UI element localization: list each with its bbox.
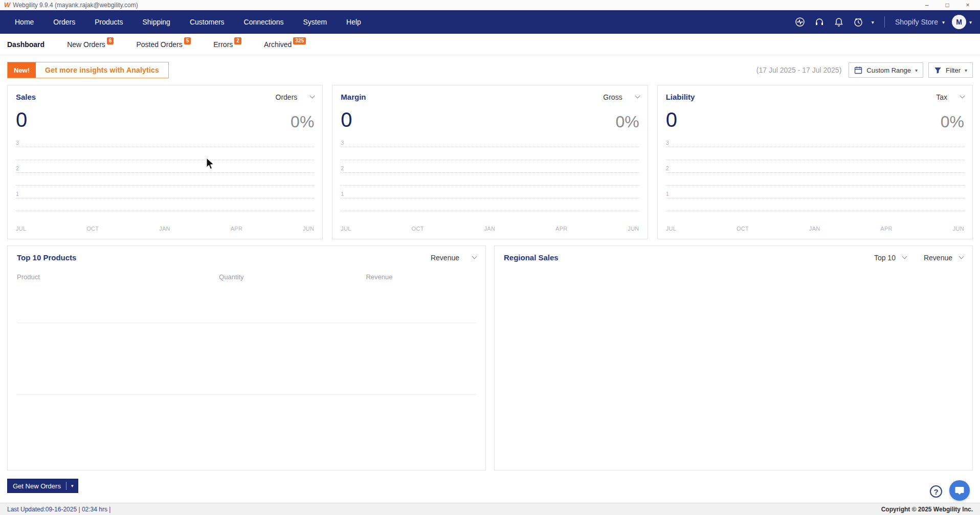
gridline (341, 172, 639, 173)
nav-item-system[interactable]: System (293, 18, 337, 26)
liability-metric-value: Tax (936, 93, 947, 101)
tab-dashboard[interactable]: Dashboard (4, 40, 48, 49)
window-title: Webgility 9.9.4 (mayank.rajak@webgility.… (13, 2, 138, 9)
x-tick: JAN (159, 226, 170, 232)
tab-new-orders[interactable]: New Orders 6 (64, 40, 117, 49)
gridline (666, 172, 964, 173)
x-tick: JAN (484, 226, 496, 232)
filter-funnel-icon (934, 66, 942, 74)
regional-metric-dropdown[interactable]: Revenue (924, 254, 963, 262)
y-tick: 1 (666, 191, 669, 197)
y-tick: 3 (16, 140, 19, 146)
sales-metric-dropdown[interactable]: Orders (276, 93, 315, 101)
minimize-button[interactable]: – (917, 1, 937, 10)
x-tick: APR (555, 226, 568, 232)
margin-card: Margin Gross 0 0% 3 (332, 85, 648, 239)
nav-item-home[interactable]: Home (5, 18, 43, 26)
user-menu[interactable]: M ▾ (952, 15, 972, 29)
user-menu-caret-icon: ▾ (969, 19, 972, 25)
x-tick: APR (880, 226, 893, 232)
archived-count-badge: 325 (293, 37, 306, 44)
chevron-down-icon (310, 94, 315, 99)
close-button[interactable]: × (957, 1, 978, 10)
nav-item-shipping[interactable]: Shipping (132, 18, 180, 26)
statusbar: Last Updated:09-16-2025 | 02:34 hrs | Co… (0, 503, 980, 515)
tab-errors[interactable]: Errors 2 (210, 40, 244, 49)
copyright-label: Copyright © 2025 Webgility Inc. (881, 506, 973, 513)
custom-range-button[interactable]: Custom Range ▾ (849, 62, 923, 78)
nav-item-connections[interactable]: Connections (234, 18, 294, 26)
top-products-metric-value: Revenue (431, 254, 459, 262)
posted-orders-count-badge: 5 (184, 37, 191, 44)
top-products-title: Top 10 Products (17, 253, 76, 262)
nav-item-customers[interactable]: Customers (180, 18, 234, 26)
nav-item-orders[interactable]: Orders (43, 18, 85, 26)
chat-bubble-icon (954, 485, 965, 496)
new-badge: New! (8, 62, 36, 78)
store-selector-label: Shopify Store (895, 18, 938, 26)
headset-support-icon[interactable] (813, 16, 826, 28)
gridline (666, 147, 964, 147)
sales-total-value: 0 (16, 109, 27, 130)
gridline (16, 185, 314, 186)
y-tick: 2 (666, 165, 669, 171)
x-tick: OCT (86, 226, 99, 232)
liability-percent-value: 0% (941, 114, 964, 130)
gridline (341, 185, 639, 186)
nav-item-products[interactable]: Products (85, 18, 132, 26)
margin-total-value: 0 (341, 109, 352, 130)
gridline (341, 198, 639, 198)
tab-posted-orders-label: Posted Orders (136, 40, 182, 49)
sales-metric-value: Orders (276, 93, 298, 101)
titlebar: W Webgility 9.9.4 (mayank.rajak@webgilit… (0, 0, 980, 10)
scheduler-clock-icon[interactable] (852, 16, 864, 28)
gridline (16, 211, 314, 211)
scheduler-caret-icon[interactable]: ▾ (872, 19, 874, 25)
gridline (666, 185, 964, 186)
margin-chart: 3 2 1 (341, 144, 639, 221)
margin-x-axis: JUL OCT JAN APR JUN (341, 226, 639, 232)
get-new-orders-label: Get New Orders (8, 482, 66, 490)
x-tick: JUN (628, 226, 639, 232)
maximize-button[interactable]: □ (937, 1, 957, 10)
new-orders-count-badge: 6 (107, 37, 114, 44)
get-new-orders-caret-icon[interactable]: ▾ (66, 483, 78, 488)
margin-metric-dropdown[interactable]: Gross (603, 93, 639, 101)
store-selector-dropdown[interactable]: Shopify Store ▾ (895, 18, 945, 26)
analytics-pulse-icon[interactable] (794, 16, 806, 28)
y-tick: 2 (341, 165, 344, 171)
gridline (341, 160, 639, 160)
x-tick: OCT (737, 226, 749, 232)
chevron-down-icon (959, 254, 964, 259)
calendar-icon (854, 66, 862, 74)
sales-percent-value: 0% (291, 114, 314, 130)
filter-button[interactable]: Filter ▾ (928, 62, 973, 78)
tab-archived[interactable]: Archived 325 (261, 40, 309, 49)
last-updated-label: Last Updated:09-16-2025 | 02:34 hrs | (7, 506, 110, 513)
custom-range-caret-icon: ▾ (915, 68, 918, 73)
y-tick: 3 (341, 140, 344, 146)
margin-percent-value: 0% (615, 114, 639, 130)
help-button[interactable]: ? (930, 485, 942, 498)
x-tick: APR (231, 226, 243, 232)
regional-sales-title: Regional Sales (504, 253, 559, 262)
tabbar: Dashboard New Orders 6 Posted Orders 5 E… (0, 34, 980, 55)
liability-chart: 3 2 1 (666, 144, 964, 221)
liability-metric-dropdown[interactable]: Tax (936, 93, 964, 101)
get-new-orders-button[interactable]: Get New Orders ▾ (7, 479, 78, 493)
tab-errors-label: Errors (213, 40, 233, 49)
analytics-promo-banner[interactable]: New! Get more insights with Analytics (7, 62, 169, 78)
tab-posted-orders[interactable]: Posted Orders 5 (133, 40, 194, 49)
regional-topn-dropdown[interactable]: Top 10 (874, 254, 906, 262)
tab-dashboard-label: Dashboard (7, 40, 44, 49)
regional-sales-card: Regional Sales Top 10 Revenue (494, 245, 973, 471)
x-tick: OCT (412, 226, 424, 232)
gridline (666, 211, 964, 211)
sales-card: Sales Orders 0 0% 3 (7, 85, 323, 239)
top-products-metric-dropdown[interactable]: Revenue (431, 254, 476, 262)
table-row-separator (17, 323, 476, 323)
chat-launcher-button[interactable] (949, 480, 970, 501)
liability-card-title: Liability (666, 93, 695, 101)
notifications-bell-icon[interactable] (833, 16, 845, 28)
nav-item-help[interactable]: Help (337, 18, 371, 26)
